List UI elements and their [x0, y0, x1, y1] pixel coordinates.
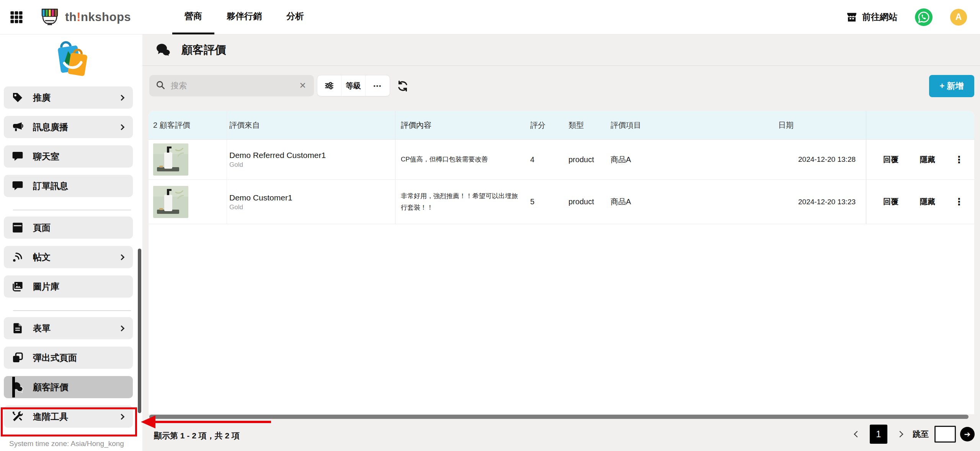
review-date: 2024-12-20 13:23	[774, 180, 866, 224]
review-type: product	[564, 140, 606, 179]
topbar-right: 前往網站 A	[846, 8, 980, 26]
table-body: Demo Referred Customer1 Gold CP值高，但樽口包裝需…	[149, 140, 974, 224]
reply-button[interactable]: 回覆	[883, 197, 898, 207]
sidebar-item-10[interactable]: 進階工具	[4, 405, 133, 428]
topbar: th!nkshops 營商夥伴行銷分析 前往網站 A	[0, 0, 980, 34]
search-box: ✕	[149, 75, 314, 96]
review-rating: 4	[526, 140, 564, 179]
review-content: 非常好用，強烈推薦！！希望可以出埋旅行套裝！！	[395, 180, 526, 224]
megaphone-icon	[11, 121, 24, 133]
app-window: th!nkshops 營商夥伴行銷分析 前往網站 A	[0, 0, 980, 451]
sidebar-item-2[interactable]: 聊天室	[4, 145, 133, 168]
form-icon	[11, 322, 24, 334]
more-filters-button[interactable]: •••	[366, 75, 390, 96]
header-rating: 評分	[526, 111, 564, 139]
page-title: 顧客評價	[181, 42, 226, 58]
table-row: Demo Referred Customer1 Gold CP值高，但樽口包裝需…	[149, 140, 974, 180]
tools-icon	[11, 410, 24, 423]
customer-tier: Gold	[229, 203, 243, 212]
sidebar-item-6[interactable]: 圖片庫	[4, 275, 133, 298]
refresh-icon[interactable]	[397, 80, 409, 92]
header-item: 評價項目	[606, 111, 774, 139]
jump-page-input[interactable]	[934, 426, 956, 443]
header-date: 日期	[774, 111, 866, 139]
review-content: CP值高，但樽口包裝需要改善	[395, 140, 526, 179]
visit-site-label: 前往網站	[862, 11, 897, 23]
sidebar-scrollbar[interactable]	[138, 249, 141, 413]
reviews-table: 2 顧客評價 評價來自 評價內容 評分 類型 評價項目 日期 Demo Refe…	[149, 111, 974, 414]
customer-tier: Gold	[229, 161, 243, 169]
brand-logo[interactable]: th!nkshops	[39, 7, 131, 28]
header-content: 評價內容	[395, 111, 526, 139]
review-item: 商品A	[606, 140, 774, 179]
popup-icon	[11, 352, 24, 364]
sidebar-item-4[interactable]: 頁面	[4, 217, 133, 239]
sidebar-item-1[interactable]: 訊息廣播	[4, 116, 133, 138]
filter-button-group: 等級 •••	[317, 75, 390, 96]
header-type: 類型	[564, 111, 606, 139]
apps-grid-icon[interactable]	[10, 11, 23, 24]
kebab-menu-icon[interactable]: ⋮	[954, 197, 964, 207]
sidebar-divider	[13, 210, 131, 210]
chevron-right-icon	[119, 94, 125, 101]
tag-icon	[11, 91, 24, 104]
storefront-awning-icon	[39, 7, 60, 28]
timezone-label: System time zone: Asia/Hong_kong	[9, 440, 124, 448]
header-count: 2 顧客評價	[149, 111, 227, 139]
pagination: 1 跳至 ➔	[855, 423, 975, 445]
chat-icon	[11, 150, 24, 163]
table-row: Demo Customer1 Gold 非常好用，強烈推薦！！希望可以出埋旅行套…	[149, 180, 974, 224]
chevron-right-icon	[119, 124, 125, 130]
gallery-icon	[11, 280, 24, 293]
product-thumbnail	[153, 186, 188, 218]
whatsapp-icon[interactable]	[915, 8, 933, 26]
visit-site-button[interactable]: 前往網站	[846, 11, 897, 23]
product-thumbnail	[153, 143, 188, 176]
horizontal-scrollbar[interactable]	[149, 415, 969, 419]
jump-go-button[interactable]: ➔	[960, 427, 975, 441]
active-indicator	[12, 377, 15, 397]
reply-button[interactable]: 回覆	[883, 155, 898, 165]
sidebar-item-9[interactable]: 顧客評價	[4, 376, 133, 398]
kebab-menu-icon[interactable]: ⋮	[954, 155, 964, 164]
current-page-button[interactable]: 1	[870, 425, 887, 444]
sidebar-nav: 推廣 訊息廣播 聊天室 訂單訊息 頁面 帖文 圖片庫	[0, 86, 142, 435]
reviews-icon	[155, 42, 172, 58]
sidebar-item-0[interactable]: 推廣	[4, 86, 133, 109]
add-review-button[interactable]: + 新增	[929, 75, 974, 97]
sidebar-item-8[interactable]: 彈出式頁面	[4, 347, 133, 369]
sidebar-item-5[interactable]: 帖文	[4, 246, 133, 268]
page-header: 顧客評價	[142, 34, 980, 66]
header-actions	[866, 111, 974, 139]
prev-page-icon[interactable]	[854, 431, 861, 438]
review-rating: 5	[526, 180, 564, 224]
hide-button[interactable]: 隱藏	[920, 197, 935, 207]
review-date: 2024-12-20 13:28	[774, 140, 866, 179]
sidebar-item-3[interactable]: 訂單訊息	[4, 175, 133, 197]
page-icon	[11, 221, 24, 234]
brand-name: th!nkshops	[65, 10, 131, 24]
review-type: product	[564, 180, 606, 224]
storefront-icon	[846, 11, 858, 23]
sliders-icon	[324, 81, 334, 91]
customer-name: Demo Referred Customer1	[229, 150, 326, 161]
table-header-row: 2 顧客評價 評價來自 評價內容 評分 類型 評價項目 日期	[149, 111, 974, 140]
sidebar: 推廣 訊息廣播 聊天室 訂單訊息 頁面 帖文 圖片庫	[0, 34, 142, 451]
chevron-right-icon	[119, 254, 125, 260]
avatar[interactable]: A	[950, 9, 967, 26]
clear-search-icon[interactable]: ✕	[298, 81, 308, 91]
next-page-icon[interactable]	[897, 431, 903, 438]
search-input[interactable]	[170, 81, 298, 91]
sidebar-item-7[interactable]: 表單	[4, 317, 133, 339]
topbar-tab-2[interactable]: 分析	[274, 0, 316, 34]
posts-icon	[11, 251, 24, 263]
rating-filter-button[interactable]: 等級	[341, 75, 366, 96]
hide-button[interactable]: 隱藏	[920, 155, 935, 165]
topbar-tab-1[interactable]: 夥伴行銷	[214, 0, 274, 34]
chat-icon	[11, 180, 24, 192]
review-item: 商品A	[606, 180, 774, 224]
topbar-tab-0[interactable]: 營商	[172, 0, 214, 34]
filters-button[interactable]	[317, 75, 341, 96]
header-from: 評價來自	[227, 111, 395, 139]
topbar-tabs: 營商夥伴行銷分析	[172, 0, 316, 34]
